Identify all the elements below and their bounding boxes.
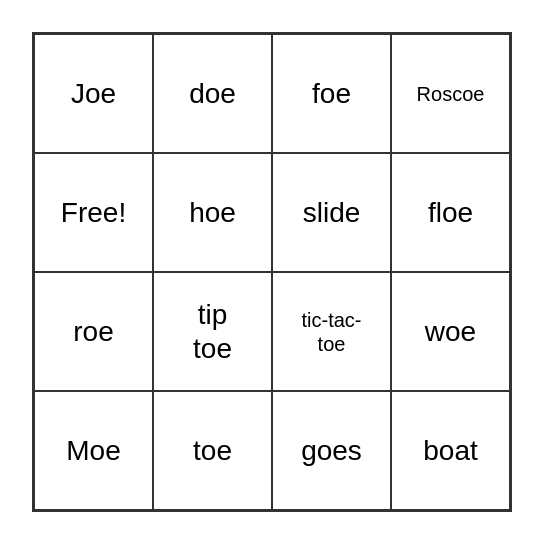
bingo-cell-r3c0: Moe <box>34 391 153 510</box>
bingo-cell-r1c0: Free! <box>34 153 153 272</box>
bingo-card: JoedoefoeRoscoeFree!hoeslidefloeroetip t… <box>32 32 512 512</box>
bingo-cell-r2c0: roe <box>34 272 153 391</box>
bingo-cell-r2c3: woe <box>391 272 510 391</box>
bingo-cell-r3c2: goes <box>272 391 391 510</box>
bingo-cell-r0c2: foe <box>272 34 391 153</box>
bingo-cell-r0c1: doe <box>153 34 272 153</box>
bingo-cell-r1c3: floe <box>391 153 510 272</box>
bingo-cell-r2c1: tip toe <box>153 272 272 391</box>
bingo-cell-r1c1: hoe <box>153 153 272 272</box>
bingo-cell-r1c2: slide <box>272 153 391 272</box>
bingo-cell-r2c2: tic-tac- toe <box>272 272 391 391</box>
bingo-cell-r3c1: toe <box>153 391 272 510</box>
bingo-cell-r0c3: Roscoe <box>391 34 510 153</box>
bingo-cell-r3c3: boat <box>391 391 510 510</box>
bingo-cell-r0c0: Joe <box>34 34 153 153</box>
